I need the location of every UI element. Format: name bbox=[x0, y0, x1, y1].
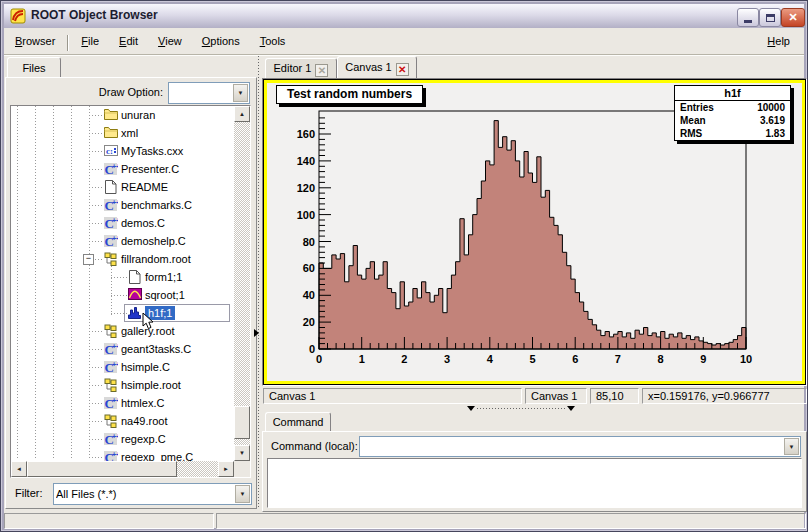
root-object-browser-window: ROOT Object Browser ✕ BrowserFileEditVie… bbox=[0, 0, 808, 532]
tree-item-xml[interactable]: xml bbox=[11, 124, 233, 142]
menu-edit[interactable]: Edit bbox=[117, 35, 140, 47]
command-output-textarea[interactable] bbox=[269, 460, 800, 506]
tree-item-demoshelp-c[interactable]: C++demoshelp.C bbox=[11, 232, 233, 250]
menu-view[interactable]: View bbox=[156, 35, 184, 47]
canvas-title-box[interactable]: Test random numbers bbox=[276, 85, 423, 104]
menu-browser[interactable]: Browser bbox=[13, 35, 57, 47]
tree-horizontal-scrollbar[interactable]: ◄ ► bbox=[11, 461, 234, 477]
tree-item-label: xml bbox=[121, 126, 138, 140]
stats-title: h1f bbox=[675, 86, 790, 101]
svg-text:++: ++ bbox=[112, 163, 118, 170]
svg-text:0: 0 bbox=[316, 353, 322, 365]
filter-combobox[interactable]: ▼ bbox=[53, 483, 252, 505]
tree-item-label: demos.C bbox=[121, 216, 165, 230]
command-input[interactable] bbox=[362, 438, 782, 455]
menu-help[interactable]: Help bbox=[765, 35, 792, 47]
splitter-arrow-icon[interactable] bbox=[467, 406, 475, 411]
tree-guide bbox=[89, 241, 104, 242]
chevron-down-icon[interactable]: ▼ bbox=[233, 84, 248, 102]
tree-item-hsimple-root[interactable]: hsimple.root bbox=[11, 376, 233, 394]
tree-guide bbox=[111, 295, 128, 296]
tree-guide bbox=[89, 133, 104, 134]
tree-item-label: htmlex.C bbox=[121, 396, 164, 410]
maximize-button[interactable] bbox=[759, 8, 781, 27]
chevron-down-icon[interactable]: ▼ bbox=[235, 485, 250, 503]
draw-option-combobox[interactable]: ▼ bbox=[168, 82, 250, 104]
command-combobox[interactable]: ▼ bbox=[359, 436, 801, 457]
tree-item-form1-1[interactable]: form1;1 bbox=[11, 268, 233, 286]
chevron-down-icon[interactable]: ▼ bbox=[784, 438, 799, 455]
draw-option-input[interactable] bbox=[171, 84, 231, 102]
menu-options[interactable]: Options bbox=[200, 35, 242, 47]
tree-item-readme[interactable]: README bbox=[11, 178, 233, 196]
svg-text:++: ++ bbox=[112, 217, 118, 224]
stats-mean: 3.619 bbox=[760, 114, 785, 127]
scrollbar-thumb[interactable] bbox=[27, 461, 177, 477]
vertical-splitter[interactable] bbox=[258, 56, 259, 508]
tree-item-geant3tasks-c[interactable]: C++geant3tasks.C bbox=[11, 340, 233, 358]
command-local-label: Command (local): bbox=[271, 440, 358, 452]
scroll-down-button[interactable]: ▼ bbox=[234, 445, 250, 461]
svg-text:10: 10 bbox=[740, 353, 752, 365]
tree-item-demos-c[interactable]: C++demos.C bbox=[11, 214, 233, 232]
cpp-file-icon: C++ bbox=[104, 216, 118, 230]
svg-text:6: 6 bbox=[572, 353, 578, 365]
root-file-icon bbox=[104, 324, 118, 338]
folder-icon bbox=[104, 126, 118, 140]
tree-guide bbox=[89, 421, 104, 422]
stats-rms: 1.83 bbox=[766, 127, 785, 140]
tree-guide bbox=[89, 349, 104, 350]
collapse-expander-icon[interactable]: − bbox=[83, 254, 94, 265]
splitter-arrow-icon[interactable] bbox=[567, 406, 575, 411]
close-button[interactable]: ✕ bbox=[781, 8, 805, 27]
tree-item-h1f-1[interactable]: h1f;1 bbox=[11, 304, 233, 322]
tab-editor-1[interactable]: Editor 1✕ bbox=[265, 58, 337, 80]
tree-guide bbox=[89, 367, 104, 368]
tree-item-regexp-c[interactable]: C++regexp.C bbox=[11, 430, 233, 448]
tree-item-label: README bbox=[121, 180, 168, 194]
scroll-right-button[interactable]: ► bbox=[218, 461, 234, 477]
filter-label: Filter: bbox=[15, 487, 43, 499]
statusbar-section-left bbox=[4, 513, 214, 529]
tree-item-label: hsimple.C bbox=[121, 360, 170, 374]
title-bar[interactable]: ROOT Object Browser ✕ bbox=[4, 4, 804, 29]
tree-vertical-scrollbar[interactable]: ▲ ▼ bbox=[234, 106, 250, 461]
close-tab-icon[interactable]: ✕ bbox=[315, 64, 328, 77]
tree-item-fillrandom-root[interactable]: −fillrandom.root bbox=[11, 250, 233, 268]
stats-box[interactable]: h1f Entries10000 Mean3.619 RMS1.83 bbox=[674, 85, 791, 141]
tree-item-presenter-c[interactable]: C++Presenter.C bbox=[11, 160, 233, 178]
tree-guide bbox=[89, 403, 104, 404]
filter-input[interactable] bbox=[56, 485, 233, 503]
command-output-area[interactable] bbox=[267, 458, 802, 508]
canvas-1[interactable]: 012345678910020406080100120140160 Test r… bbox=[264, 80, 805, 384]
root-app-icon bbox=[10, 8, 26, 24]
tree-guide bbox=[89, 457, 104, 458]
tree-item-gallery-root[interactable]: gallery.root bbox=[11, 322, 233, 340]
tree-item-benchmarks-c[interactable]: C++benchmarks.C bbox=[11, 196, 233, 214]
splitter-arrow-icon[interactable] bbox=[254, 329, 259, 337]
tab-canvas-1[interactable]: Canvas 1✕ bbox=[337, 56, 417, 80]
minimize-button[interactable] bbox=[737, 8, 759, 27]
svg-text:120: 120 bbox=[297, 182, 315, 194]
scroll-left-button[interactable]: ◄ bbox=[11, 461, 27, 477]
tree-item-na49-root[interactable]: na49.root bbox=[11, 412, 233, 430]
tree-item-mytasks-cxx[interactable]: c:MyTasks.cxx bbox=[11, 142, 233, 160]
tree-item-hsimple-c[interactable]: C++hsimple.C bbox=[11, 358, 233, 376]
tree-item-label: form1;1 bbox=[145, 270, 182, 284]
horizontal-splitter[interactable] bbox=[477, 408, 567, 409]
scroll-up-button[interactable]: ▲ bbox=[234, 106, 250, 122]
tree-guide bbox=[89, 223, 104, 224]
root-file-icon bbox=[104, 252, 118, 266]
tree-item-label: geant3tasks.C bbox=[121, 342, 191, 356]
tree-item-unuran[interactable]: unuran bbox=[11, 106, 233, 124]
tree-item-htmlex-c[interactable]: C++htmlex.C bbox=[11, 394, 233, 412]
scrollbar-thumb[interactable] bbox=[234, 406, 250, 439]
tree-item-sqroot-1[interactable]: sqroot;1 bbox=[11, 286, 233, 304]
file-tree[interactable]: unuranxmlc:MyTasks.cxxC++Presenter.CREAD… bbox=[10, 105, 251, 478]
svg-text:0: 0 bbox=[309, 343, 315, 355]
menu-tools[interactable]: Tools bbox=[258, 35, 288, 47]
close-tab-icon[interactable]: ✕ bbox=[396, 63, 409, 76]
svg-text:80: 80 bbox=[303, 236, 315, 248]
menu-file[interactable]: File bbox=[79, 35, 101, 47]
tree-item-label: na49.root bbox=[121, 414, 167, 428]
